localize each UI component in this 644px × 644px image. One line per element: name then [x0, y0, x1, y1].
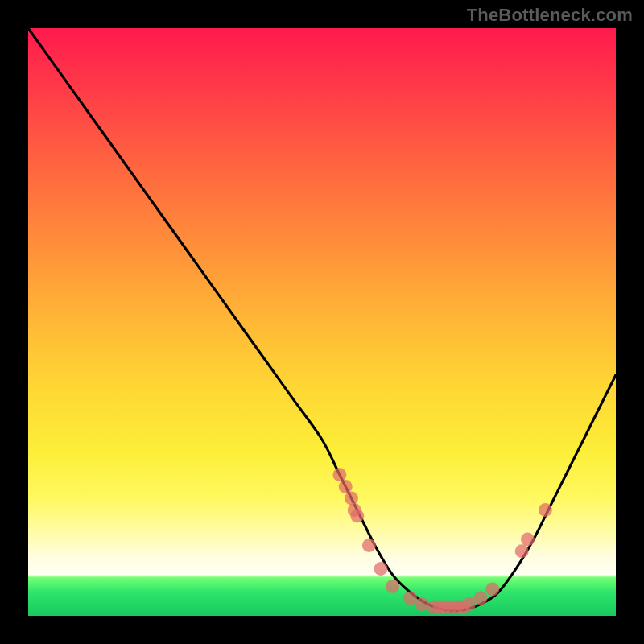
data-point — [485, 583, 499, 597]
bottleneck-curve — [28, 28, 616, 611]
data-points — [332, 468, 552, 613]
plot-area — [28, 28, 616, 616]
data-point — [403, 592, 417, 605]
data-point — [415, 597, 429, 611]
data-point — [362, 539, 376, 552]
data-point — [350, 509, 364, 522]
data-point — [462, 597, 476, 611]
data-point — [374, 562, 388, 576]
data-point — [515, 544, 529, 558]
data-point — [339, 480, 353, 493]
data-point — [521, 533, 535, 547]
data-point — [539, 503, 552, 517]
curve-svg — [28, 28, 616, 616]
data-point — [474, 592, 488, 605]
chart-frame: TheBottleneck.com — [0, 0, 644, 644]
data-point — [345, 492, 358, 506]
data-point — [386, 580, 399, 593]
data-point — [332, 468, 346, 481]
watermark-text: TheBottleneck.com — [467, 5, 633, 26]
